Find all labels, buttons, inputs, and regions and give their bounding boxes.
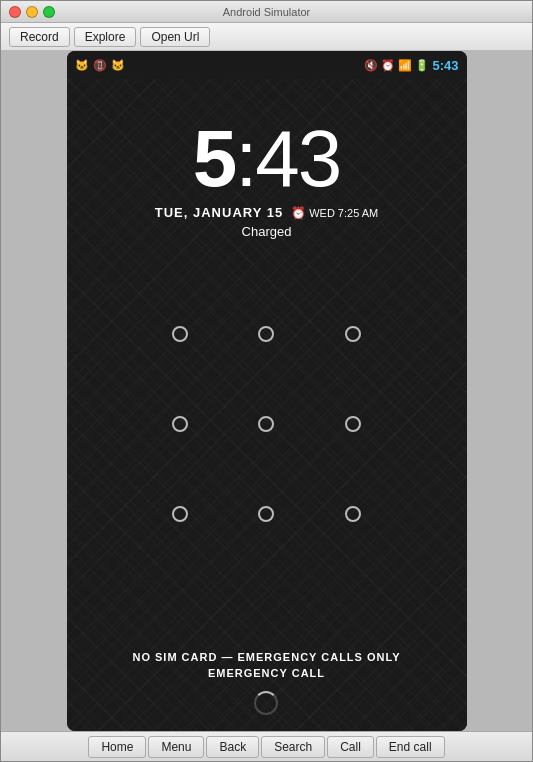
wifi-icon: 📶: [398, 59, 412, 72]
minimize-button[interactable]: [26, 6, 38, 18]
status-icons-right: 🔇 ⏰ 📶 🔋 5:43: [364, 58, 458, 73]
emergency-call-text[interactable]: EMERGENCY CALL: [132, 667, 400, 679]
pattern-dot-6[interactable]: [345, 416, 361, 432]
alarm-day: WED: [309, 207, 335, 219]
clock-minute: 43: [255, 114, 340, 203]
notification-icon-3: 🐱: [111, 59, 125, 72]
phone-frame: 🐱 📵 🐱 🔇 ⏰ 📶 🔋 5:43 5:43: [67, 51, 467, 731]
pattern-dot-7[interactable]: [172, 506, 188, 522]
pattern-dot-5[interactable]: [258, 416, 274, 432]
dot-cell-1[interactable]: [137, 289, 224, 379]
notification-icon-2: 📵: [93, 59, 107, 72]
status-icons-left: 🐱 📵 🐱: [75, 59, 125, 72]
pattern-unlock-grid[interactable]: [137, 289, 397, 559]
app-window: Android Simulator Record Explore Open Ur…: [0, 0, 533, 762]
pattern-dot-9[interactable]: [345, 506, 361, 522]
lock-screen[interactable]: 5:43 TUE, JANUARY 15 ⏰ WED 7:25 AM Charg…: [67, 79, 467, 731]
maximize-button[interactable]: [43, 6, 55, 18]
clock-display: 5:43: [155, 119, 378, 199]
toolbar: Record Explore Open Url: [1, 23, 532, 51]
alarm-info: ⏰ WED 7:25 AM: [291, 206, 378, 220]
dot-cell-5[interactable]: [223, 379, 310, 469]
pattern-dot-2[interactable]: [258, 326, 274, 342]
menu-button[interactable]: Menu: [148, 736, 204, 758]
pattern-dot-1[interactable]: [172, 326, 188, 342]
record-button[interactable]: Record: [9, 27, 70, 47]
status-bar: 🐱 📵 🐱 🔇 ⏰ 📶 🔋 5:43: [67, 51, 467, 79]
dot-cell-2[interactable]: [223, 289, 310, 379]
date-row: TUE, JANUARY 15 ⏰ WED 7:25 AM: [155, 205, 378, 220]
open-url-button[interactable]: Open Url: [140, 27, 210, 47]
clock-colon: :: [235, 114, 255, 203]
battery-icon: 🔋: [415, 59, 429, 72]
back-button[interactable]: Back: [206, 736, 259, 758]
charged-text: Charged: [155, 224, 378, 239]
pattern-dot-4[interactable]: [172, 416, 188, 432]
dot-cell-4[interactable]: [137, 379, 224, 469]
lock-bottom: NO SIM CARD — EMERGENCY CALLS ONLY EMERG…: [132, 651, 400, 715]
clock-section: 5:43 TUE, JANUARY 15 ⏰ WED 7:25 AM Charg…: [155, 119, 378, 239]
status-time: 5:43: [432, 58, 458, 73]
end-call-button[interactable]: End call: [376, 736, 445, 758]
dot-cell-3[interactable]: [310, 289, 397, 379]
window-title: Android Simulator: [223, 6, 310, 18]
clock-hour: 5: [193, 114, 236, 203]
alarm-time: 7:25 AM: [338, 207, 378, 219]
alarm-status-icon: ⏰: [381, 59, 395, 72]
loading-spinner: [254, 691, 278, 715]
pattern-dot-3[interactable]: [345, 326, 361, 342]
mute-icon: 🔇: [364, 59, 378, 72]
title-bar: Android Simulator: [1, 1, 532, 23]
dot-cell-8[interactable]: [223, 469, 310, 559]
close-button[interactable]: [9, 6, 21, 18]
main-content: 🐱 📵 🐱 🔇 ⏰ 📶 🔋 5:43 5:43: [1, 51, 532, 731]
explore-button[interactable]: Explore: [74, 27, 137, 47]
pattern-dot-8[interactable]: [258, 506, 274, 522]
home-button[interactable]: Home: [88, 736, 146, 758]
alarm-icon: ⏰: [291, 206, 306, 220]
call-button[interactable]: Call: [327, 736, 374, 758]
dot-cell-6[interactable]: [310, 379, 397, 469]
search-button[interactable]: Search: [261, 736, 325, 758]
dot-cell-7[interactable]: [137, 469, 224, 559]
date-text: TUE, JANUARY 15: [155, 205, 283, 220]
no-sim-text: NO SIM CARD — EMERGENCY CALLS ONLY: [132, 651, 400, 663]
notification-icon-1: 🐱: [75, 59, 89, 72]
window-controls: [9, 6, 55, 18]
bottom-nav-bar: Home Menu Back Search Call End call: [1, 731, 532, 761]
dot-cell-9[interactable]: [310, 469, 397, 559]
